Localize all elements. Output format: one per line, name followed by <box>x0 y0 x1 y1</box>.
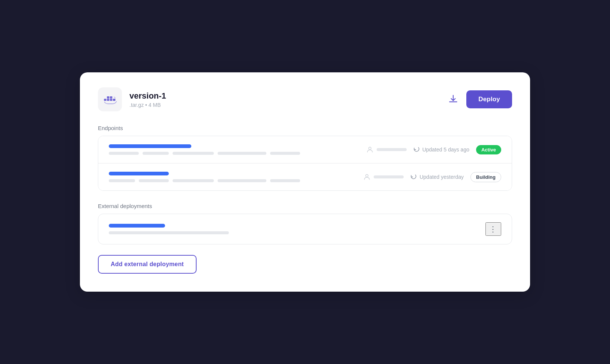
header-left: version-1 .tar.gz • 4 MB <box>98 87 166 111</box>
download-button[interactable] <box>447 93 460 106</box>
skeleton-block <box>143 152 169 155</box>
svg-rect-2 <box>107 96 109 99</box>
update-info-2: Updated yesterday <box>410 174 464 180</box>
header-right: Deploy <box>447 90 512 108</box>
external-deployment-card: ⋮ <box>98 214 512 244</box>
update-info-1: Updated 5 days ago <box>413 147 469 153</box>
user-icon-group-1 <box>366 146 407 153</box>
skeleton-block <box>218 152 266 155</box>
svg-rect-4 <box>110 96 112 99</box>
table-row: Updated yesterday Building <box>98 163 512 190</box>
deploy-button[interactable]: Deploy <box>466 90 512 108</box>
refresh-icon <box>410 174 416 180</box>
status-badge-2: Building <box>470 172 501 182</box>
endpoint-right-1: Updated 5 days ago Active <box>366 145 501 154</box>
version-info: version-1 .tar.gz • 4 MB <box>129 91 166 108</box>
skeleton-block <box>139 179 169 182</box>
skeleton-block <box>173 152 214 155</box>
more-options-button[interactable]: ⋮ <box>485 222 501 236</box>
user-skel-2 <box>374 175 404 178</box>
file-info: .tar.gz • 4 MB <box>129 102 166 108</box>
svg-rect-3 <box>110 99 112 101</box>
header: version-1 .tar.gz • 4 MB Deploy <box>98 87 512 111</box>
download-icon <box>448 94 458 104</box>
skeleton-block <box>173 179 214 182</box>
endpoint-meta-2 <box>109 179 363 182</box>
endpoint-left-2 <box>109 172 363 182</box>
external-deployments-label: External deployments <box>98 203 512 209</box>
updated-text-2: Updated yesterday <box>419 174 464 180</box>
skeleton-block <box>109 179 135 182</box>
endpoint-title-2 <box>109 172 169 175</box>
endpoints-label: Endpoints <box>98 125 512 131</box>
skeleton-block <box>218 179 266 182</box>
endpoint-meta-1 <box>109 152 366 155</box>
refresh-icon <box>413 147 419 153</box>
endpoint-left-1 <box>109 144 366 155</box>
table-row: Updated 5 days ago Active <box>98 136 512 163</box>
skeleton-block <box>270 179 300 182</box>
ext-title-skel <box>109 224 165 228</box>
user-icon <box>363 173 371 181</box>
svg-point-6 <box>114 99 116 101</box>
svg-rect-0 <box>104 99 106 101</box>
main-card: version-1 .tar.gz • 4 MB Deploy Endpoint… <box>80 72 530 292</box>
svg-rect-1 <box>107 99 109 101</box>
ext-sub-skel <box>109 231 229 234</box>
skeleton-block <box>109 152 139 155</box>
endpoints-list: Updated 5 days ago Active <box>98 136 512 191</box>
endpoint-title-1 <box>109 144 191 148</box>
user-skel-1 <box>377 148 407 151</box>
add-external-deployment-button[interactable]: Add external deployment <box>98 255 197 274</box>
svg-point-8 <box>366 174 368 177</box>
svg-point-7 <box>368 147 371 150</box>
skeleton-block <box>270 152 300 155</box>
endpoint-right-2: Updated yesterday Building <box>363 172 501 182</box>
updated-text-1: Updated 5 days ago <box>422 147 469 153</box>
status-badge-1: Active <box>476 145 501 154</box>
docker-icon <box>103 92 117 106</box>
user-icon <box>366 146 374 153</box>
ext-left <box>109 224 229 234</box>
docker-icon-wrap <box>98 87 122 111</box>
user-icon-group-2 <box>363 173 404 181</box>
version-name: version-1 <box>129 91 166 101</box>
